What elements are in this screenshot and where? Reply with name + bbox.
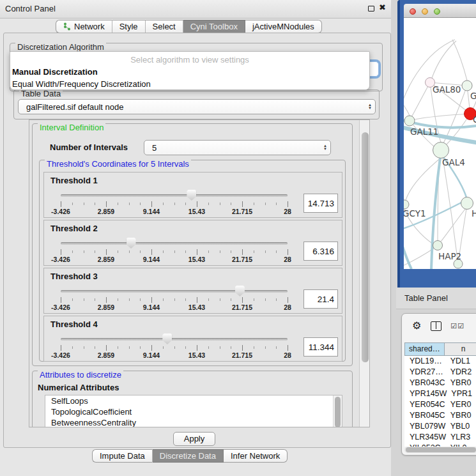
threshold-value-input[interactable] [303,242,338,261]
scale-tick-label: 9.144 [143,351,160,359]
threshold-value-input[interactable] [303,289,338,309]
table-cell: YDR2 [446,367,476,378]
attribute-list-item[interactable]: TopologicalCoefficient [45,406,342,417]
slider-thumb[interactable] [162,334,172,344]
table-row[interactable]: YPR145WYPR1 [404,388,476,399]
tab-jactivemnodules[interactable]: jActiveMNodules [245,20,322,33]
network-node-gal4[interactable] [433,142,449,158]
slider-track[interactable] [61,338,288,341]
network-node-label: GA [470,91,476,101]
threshold-slider[interactable]: -3.4262.8599.14415.4321.71528 [44,333,300,361]
network-node-label: C [473,114,476,125]
table-column-header[interactable]: n [445,342,476,356]
scale-tick-label: 28 [284,351,291,359]
slider-track[interactable] [61,290,288,293]
threshold-slider[interactable]: -3.4262.8599.14415.4321.71528 [44,189,300,217]
tab-impute-data[interactable]: Impute Data [92,449,153,463]
slider-thumb[interactable] [127,238,136,249]
cyni-bottom-tabbar: Impute DataDiscretize DataInfer Network [92,449,288,463]
threshold-value-input[interactable] [303,337,338,357]
scale-tick-label: 2.859 [98,351,114,359]
network-node-ga[interactable] [462,81,472,91]
window-frame-edge [397,0,400,288]
slider-ticks [61,296,288,303]
network-node-label: GAL80 [433,84,461,95]
tab-infer-network[interactable]: Infer Network [224,449,288,463]
table-data-combobox[interactable]: galFiltered.sif default node ▲▼ [18,99,376,114]
network-canvas[interactable]: GAL80GACGAL11GAL4GCY1HHAP2 [404,18,476,269]
threshold-panel: Threshold 3 -3.4262.8599.14415.4321.7152… [43,268,342,314]
close-traffic-light-icon[interactable] [410,8,416,15]
zoom-traffic-light-icon[interactable] [434,8,440,15]
scale-tick-label: -3.426 [51,256,70,263]
network-node-gcy1[interactable] [404,200,409,209]
threshold-panel: Threshold 2 -3.4262.8599.14415.4321.7152… [43,220,342,266]
threshold-value-input[interactable] [303,194,338,213]
table-cell: YDR27… [404,367,446,378]
slider-scale-labels: -3.4262.8599.14415.4321.71528 [61,303,288,311]
table-cell: YDL1 [446,356,476,367]
apply-button[interactable]: Apply [173,432,215,446]
table-cell: YBL0 [446,421,476,432]
tab-label: Impute Data [100,450,145,462]
control-panel-content: Discretization Algorithm Select algorith… [3,33,391,448]
network-node-label: GAL4 [442,157,465,167]
table-row[interactable]: YBL079WYBL0 [404,421,476,432]
attribute-list-item[interactable]: SelfLoops [45,395,342,406]
table-row[interactable]: YLR345WYLR3 [404,432,476,443]
tab-label: Network [74,20,105,33]
tab-select[interactable]: Select [146,20,183,33]
network-node-gal11[interactable] [404,116,415,126]
tab-label: Infer Network [231,450,280,462]
table-horizontal-scrollbar[interactable] [404,447,476,453]
slider-ticks [61,344,288,351]
scale-tick-label: 9.144 [143,208,160,215]
scale-tick-label: 28 [284,256,291,263]
table-panel-card: ⚙ ☑☑ shared…n YDL19…YDL1YDR27…YDR2YBR043… [401,313,476,456]
scale-tick-label: -3.426 [51,351,70,359]
network-window-titlebar[interactable] [404,4,476,18]
tab-discretize-data[interactable]: Discretize Data [153,449,224,463]
tab-cyni-toolbox[interactable]: Cyni Toolbox [183,20,245,33]
algorithm-menu-item[interactable]: Equal Width/Frequency Discretization [10,78,369,90]
slider-thumb[interactable] [235,286,245,296]
minimize-traffic-light-icon[interactable] [422,8,428,15]
tab-style[interactable]: Style [112,20,146,33]
stepper-arrows-icon: ▲▼ [365,104,375,110]
tab-network[interactable]: Network [56,20,112,33]
scale-tick-label: 2.859 [98,256,114,263]
table-row[interactable]: YBR043CYBR0 [404,378,476,388]
table-row[interactable]: YBR045CYBR0 [404,410,476,421]
checkbox-filter-icons[interactable]: ☑☑ [450,322,464,330]
numerical-attributes-list: SelfLoopsTopologicalCoefficientBetweenne… [45,395,342,427]
algorithm-menu-item[interactable]: Manual Discretization [10,66,369,78]
table-cell: YDL19… [404,356,446,367]
split-columns-icon[interactable] [431,321,441,331]
slider-track[interactable] [61,194,288,197]
slider-thumb[interactable] [187,190,196,201]
threshold-slider[interactable]: -3.4262.8599.14415.4321.71528 [44,237,300,265]
scale-tick-label: 15.43 [188,303,205,311]
table-cell: YPR1 [447,388,476,399]
table-column-header[interactable]: shared… [404,342,445,356]
scale-tick-label: 9.144 [143,303,160,311]
network-node-hap2[interactable] [433,241,443,250]
table-row[interactable]: YDR27…YDR2 [404,367,476,378]
network-icon [63,22,71,31]
slider-track[interactable] [61,242,288,245]
network-node-h[interactable] [461,197,473,210]
attribute-list-item[interactable]: BetweennessCentrality [45,417,342,427]
float-window-icon[interactable] [368,6,374,12]
network-node-label: GAL11 [410,127,438,137]
table-row[interactable]: YER054CYER0 [404,399,476,410]
close-icon[interactable]: ✖ [379,3,386,12]
threshold-slider[interactable]: -3.4262.8599.14415.4321.71528 [44,285,300,313]
table-cell: YER054C [404,399,446,410]
scale-tick-label: 28 [284,303,291,311]
table-cell: YPR145W [404,388,447,399]
attributes-list-scrollbar[interactable] [333,395,342,427]
table-row[interactable]: YDL19…YDL1 [404,356,476,367]
number-of-intervals-combobox[interactable]: 5 ▲▼ [144,140,331,155]
gear-icon[interactable]: ⚙ [412,319,421,332]
settings-vertical-scrollbar[interactable] [359,120,369,427]
